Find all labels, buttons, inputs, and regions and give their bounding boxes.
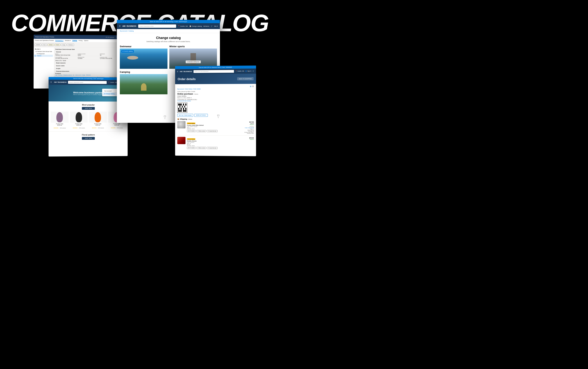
order-shipping-label: Shipping	[180, 118, 187, 120]
catalog-camping-img-wrapper	[120, 74, 168, 94]
order-cancel-1[interactable]: ✕ Cancel this item	[207, 130, 218, 132]
fo-field-last-modified: Last modified 11/7/2021 08:16:29 PM	[55, 57, 77, 59]
order-shipping-icon: 📦	[177, 118, 179, 120]
fo-toolbar-publish[interactable]: Publish	[54, 44, 60, 46]
fo-nav-pricing[interactable]: Pricing	[79, 40, 83, 41]
order-item-status-1: Shipped	[243, 124, 254, 125]
store-search-input[interactable]: Search Adventure works	[68, 81, 107, 84]
order-item-gloves: Going Catalog Stubbs Gloves Color: Crims…	[177, 137, 254, 151]
store-hero: Welcome business partner Here is some to…	[49, 85, 128, 102]
order-item-price-1: $47.50	[243, 121, 254, 123]
catalog-user[interactable]: Adrianna	[203, 25, 209, 27]
order-item-helmet: Going Catalog Furano Adult Bike Helmet C…	[177, 121, 254, 136]
store-logo: AW / BUSINESS	[54, 81, 67, 83]
order-shipping-count: 2 items	[188, 118, 192, 120]
store-hamburger-icon[interactable]: ☰	[51, 81, 52, 83]
order-item-price-wrapper-1: $47.50 $90.00 Shipped Tracking FX01 T281…	[243, 121, 254, 134]
catalog-search-input[interactable]: Search Adventure works	[138, 24, 176, 28]
fo-header-tab-all[interactable]: AT: All catalogs	[106, 37, 114, 38]
order-placed-by: Order placed by Mika Corbett	[177, 90, 254, 92]
fo-value-catalog-number: 00001	[78, 54, 99, 56]
fo-toolbar-addline[interactable]: Add/Edit	[35, 44, 41, 46]
order-item-helmet-img	[177, 121, 185, 129]
fo-field-name: Name Fabrikam Semi-Annual Sale	[55, 53, 77, 56]
list-item: Product Title $129.95 ★★★★☆ 543 reviews	[70, 112, 88, 129]
store-product-img-2	[70, 112, 88, 123]
catalog-breadcrumb: My account / Catalog	[117, 29, 220, 33]
store-product-stars-1: ★★★★☆ 543 reviews	[51, 126, 68, 129]
order-more-actions-btn[interactable]: MORE ACTIONS ▾	[194, 114, 208, 117]
catalog-card-winter: Winter sports CHANGE CATALOG	[169, 45, 217, 69]
order-type-row: Online purchase 2 items	[177, 92, 254, 95]
store-hero-title: Welcome business partner	[73, 91, 104, 94]
swimsuit-3-icon	[94, 112, 101, 122]
order-review-1[interactable]: ✏ Write a review	[196, 130, 206, 132]
catalog-winter-label: Winter sports	[169, 45, 217, 48]
order-list-icon[interactable]: ☰	[252, 85, 254, 87]
fo-content-title: Fabrikam Semi-Annual Sale	[55, 49, 121, 50]
order-hamburger-icon[interactable]: ☰	[177, 71, 178, 72]
fo-section-scripts: Scripts	[55, 68, 121, 70]
order-cart-icon[interactable]: 🛒	[252, 70, 254, 72]
fo-section-financial: Financial dimensions	[55, 70, 121, 72]
order-breadcrumb: My account / Order history / Order detai…	[177, 88, 254, 90]
order-hero: Order details BACK TO SHOPPING	[175, 74, 256, 84]
fo-toolbar-image[interactable]: Image	[61, 44, 66, 46]
fo-header-title: Finance and Operations Preview	[35, 36, 54, 38]
fo-value-name: Fabrikam Semi-Annual Sale	[55, 54, 77, 56]
fo-toolbar-attributes[interactable]: Attributes	[67, 44, 74, 46]
order-item-gloves-img	[177, 137, 185, 144]
fo-nav-finance[interactable]: Finance and Operations Preview	[35, 40, 54, 41]
fo-status: Status ● No · Navail	[55, 60, 121, 61]
fo-value-last-modified: 11/7/2021 08:16:29 PM	[55, 58, 77, 59]
order-buy-again-1[interactable]: BUY IT AGAIN	[187, 130, 196, 132]
store-shop-now-btn[interactable]: SHOP NOW	[82, 107, 95, 110]
order-cancel-2[interactable]: ✕ Cancel this item	[207, 147, 218, 149]
store-product-img-1	[51, 112, 68, 123]
order-action-btns: BUY ALL ITEMS AGAIN MORE ACTIONS ▾	[177, 114, 254, 117]
order-buy-all-btn[interactable]: BUY ALL ITEMS AGAIN	[177, 114, 193, 117]
order-back-btn[interactable]: BACK TO SHOPPING	[237, 77, 253, 80]
order-grid-icon[interactable]: ⊞	[250, 85, 252, 87]
catalog-promo-text: Save an extra 10% on all swimming | Code…	[150, 21, 187, 22]
catalog-hamburger-icon[interactable]: ☰	[119, 25, 121, 27]
catalog-change-btn-winter[interactable]: CHANGE CATALOG	[186, 60, 201, 63]
order-item-helmet-details: Going Catalog Furano Adult Bike Helmet C…	[187, 121, 241, 134]
fo-nav-workspaces[interactable]: Workspaces ▾	[55, 40, 63, 41]
store-product-img-3	[89, 112, 106, 123]
swimsuit-2-icon	[76, 112, 82, 122]
catalog-swimwear-label: Swimwear	[120, 45, 168, 48]
fo-section-general: General	[55, 51, 121, 53]
fo-nav-options[interactable]: Options	[84, 40, 88, 41]
store-floral-section: Floral pattern SHOP NOW	[49, 131, 128, 144]
order-item-btns-2: BUY IT AGAIN ✏ Write a review ✕ Cancel t…	[187, 147, 241, 149]
store-section-title: Most popular	[51, 104, 126, 106]
store-floral-btn[interactable]: SHOP NOW	[82, 137, 95, 140]
order-sign-in[interactable]: 👤 Sign In	[245, 70, 252, 72]
catalog-cart-icon[interactable]: 🛒	[211, 25, 212, 27]
order-search-input[interactable]: What's your next adventure?	[193, 70, 234, 73]
fo-nav-modules[interactable]: Modules ▾	[65, 40, 71, 41]
fo-sidebar-item-fashion[interactable]: Fashion	[35, 55, 53, 57]
order-buy-again-2[interactable]: BUY IT AGAIN	[187, 147, 196, 149]
catalog-change-catalog-btn[interactable]: 📋 Change catalog	[189, 25, 202, 27]
store-product-grid: Product Title $129.95 ★★★★☆ 543 reviews …	[51, 112, 126, 129]
catalog-site-selector[interactable]: Site ▾	[214, 25, 218, 27]
store-nav: ☰ AW / BUSINESS Search Adventure works 📍…	[49, 80, 128, 85]
fo-nav-catalog[interactable]: Catalog	[72, 40, 77, 41]
catalog-promo-bar: Save an extra 10% on all swimming | Code…	[117, 20, 220, 23]
order-qr-code	[177, 103, 187, 113]
order-nav: ☰ AW / BUSINESS What's your next adventu…	[175, 69, 256, 74]
fo-toolbar-save[interactable]: Save	[42, 44, 47, 46]
order-review-2[interactable]: ✏ Write a review	[196, 147, 206, 149]
fo-toolbar-validate[interactable]: Validate	[48, 44, 54, 46]
catalog-swimwear-img-wrapper: ⊕ Current catalog	[120, 49, 168, 69]
fo-sidebar-item-fabrikam[interactable]: ⊕ Fabrikam Semi-Annual Sale	[35, 50, 53, 53]
order-promo-text: Save an extra 10% on clearance items | C…	[199, 67, 232, 68]
order-invoices[interactable]: 2 invoices Email Invoice	[177, 100, 254, 102]
fo-sidebar-item-uncategorized[interactable]: Uncategorized	[35, 53, 53, 55]
order-item-badge-1: Going Catalog	[187, 123, 195, 124]
fo-field-row-1: Name Fabrikam Semi-Annual Sale Catalog n…	[55, 53, 121, 56]
fo-value-effective: 1/1/2020	[78, 58, 99, 59]
catalog-current-badge: ⊕ Current catalog	[121, 50, 134, 53]
